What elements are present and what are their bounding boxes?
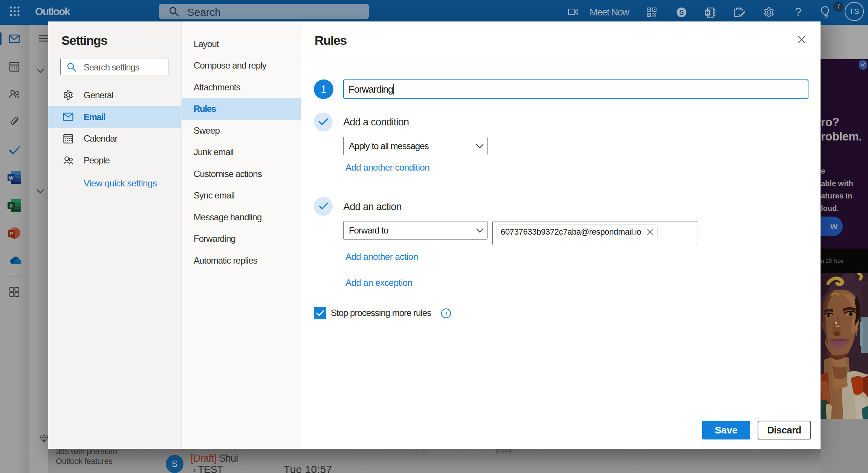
svg-text:W: W	[9, 175, 14, 181]
svg-text:P: P	[10, 231, 13, 236]
svg-text:X: X	[9, 203, 13, 209]
